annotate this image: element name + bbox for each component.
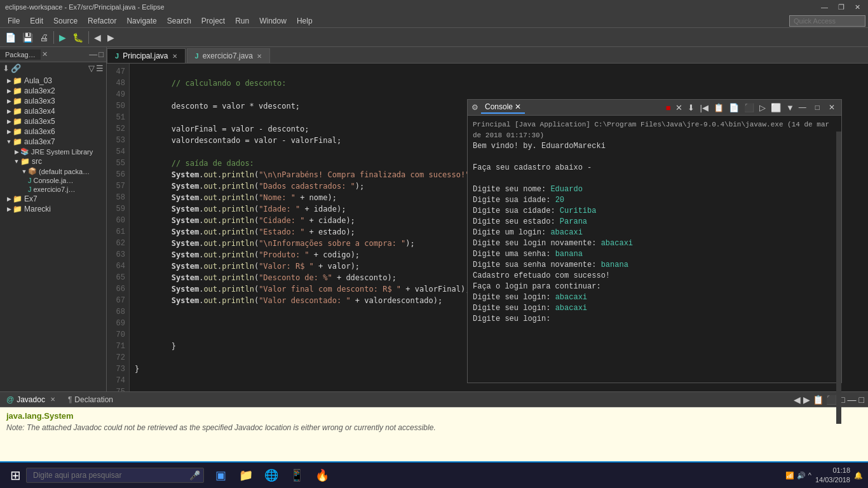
toolbar-sep-2 [88,31,89,44]
bottom-nav-forward[interactable]: ▶ [803,395,810,405]
editor-tab-exercicio7[interactable]: J exercicio7.java ✕ [187,48,271,63]
console-close-button[interactable]: ✕ [826,103,837,112]
declaration-tab-label: Declaration [74,395,113,404]
tray-speaker-icon[interactable]: 🔊 [797,471,806,480]
tree-item-jre[interactable]: ▶📚JRE System Library [0,147,106,156]
console-clear-button[interactable]: ✕ [674,102,684,113]
bottom-tab-javadoc[interactable]: @ Javadoc ✕ [0,394,62,405]
console-tab-console[interactable]: Console ✕ [481,101,525,114]
clock-time: 01:18 [815,466,850,475]
taskbar-icon-explorer[interactable]: 📁 [234,464,257,487]
bottom-btn1[interactable]: 📋 [813,395,824,405]
sidebar-tab-package[interactable]: Packag… [0,50,41,60]
sidebar-tab-close[interactable]: ✕ [42,50,48,58]
console-btn4[interactable]: 📄 [727,102,741,113]
menu-source[interactable]: Source [48,15,83,27]
menu-bar: File Edit Source Refactor Navigate Searc… [0,14,868,28]
bottom-minimize-button[interactable]: — [848,395,857,405]
toolbar-forward-button[interactable]: ▶ [105,30,117,45]
sidebar-filter-icon[interactable]: ▽ [88,64,95,73]
tree-label: src [32,157,42,166]
bottom-tab-declaration[interactable]: ¶ Declaration [62,394,119,405]
search-input[interactable] [26,468,204,483]
tab-close-principal[interactable]: ✕ [172,53,177,60]
tree-item-aula03[interactable]: ▶📁Aula_03 [0,76,106,86]
toolbar-print-button[interactable]: 🖨 [37,30,51,45]
bottom-btn2[interactable]: ⬛ [826,395,837,405]
menu-refactor[interactable]: Refactor [83,15,121,27]
menu-edit[interactable]: Edit [25,15,48,27]
start-button[interactable]: ⊞ [5,466,26,484]
taskbar-icon-app[interactable]: 🔥 [311,464,334,487]
tree-item-src[interactable]: ▼📁src [0,156,106,166]
sidebar-collapse-icon[interactable]: ⬇ [3,64,10,73]
bottom-nav-back[interactable]: ◀ [794,395,801,405]
minimize-button[interactable]: — [818,3,831,11]
close-button[interactable]: ✕ [852,3,863,11]
tree-item-aula3ex7[interactable]: ▼📁aula3ex7 [0,137,106,147]
tab-icon-exercicio7: J [195,52,199,60]
menu-file[interactable]: File [3,15,25,27]
javadoc-tab-close[interactable]: ✕ [50,396,55,403]
clock-display[interactable]: 01:18 14/03/2018 [815,466,850,485]
console-gear-icon: ⚙ [471,103,478,112]
tree-item-aula3ex6[interactable]: ▶📁aula3ex6 [0,126,106,137]
sidebar-minimize-button[interactable]: — [89,50,97,59]
tree-item-default-pkg[interactable]: ▼📦(default packa… [0,166,106,176]
menu-run[interactable]: Run [230,15,254,27]
sidebar-link-icon[interactable]: 🔗 [11,64,21,73]
tree-item-aula3ex5[interactable]: ▶📁aula3ex5 [0,116,106,126]
toolbar-new-button[interactable]: 📄 [3,30,18,45]
toolbar-run-button[interactable]: ▶ [57,30,69,45]
sidebar-menu-icon[interactable]: ☰ [96,64,104,73]
tree-item-aula3ex4[interactable]: ▶📁aula3ex4 [0,106,106,116]
console-btn7[interactable]: ⬜ [769,102,783,113]
main-area: Packag… ✕ — □ ⬇ 🔗 ▽ ☰ ▶📁Aula_03 ▶📁aula3e… [0,47,868,391]
tray-network-icon[interactable]: 📶 [785,471,794,480]
console-stop-button[interactable]: ■ [664,102,673,113]
console-btn8[interactable]: ▼ [784,102,796,113]
console-line-welcome: Bem vindo! by. EduardoMarecki [473,141,836,152]
tab-label-exercicio7: exercicio7.java [203,51,253,60]
search-mic-icon: 🎤 [189,470,200,480]
menu-help[interactable]: Help [292,15,318,27]
console-btn6[interactable]: ▷ [757,102,768,113]
console-minimize-button[interactable]: — [796,103,809,112]
menu-navigate[interactable]: Navigate [121,15,161,27]
taskbar: ⊞ 🎤 ▣ 📁 🌐 📱 🔥 📶 🔊 ^ 01:18 14/03/2018 🔔 [0,463,868,488]
console-btn2[interactable]: |◀ [698,102,710,113]
tray-chevron-icon[interactable]: ^ [808,471,811,479]
console-header: Principal [Java Application] C:\Program … [473,119,836,141]
tree-item-aula3ex3[interactable]: ▶📁aula3ex3 [0,96,106,106]
tree-label: exercicio7.j… [34,186,76,193]
tree-item-marecki[interactable]: ▶📁Marecki [0,204,106,214]
console-maximize-button[interactable]: □ [813,103,822,112]
tree-item-consolejava[interactable]: JConsole.ja… [0,176,106,185]
tree-item-aula3ex2[interactable]: ▶📁aula3ex2 [0,86,106,96]
maximize-button[interactable]: ❐ [836,3,847,11]
toolbar-debug-button[interactable]: 🐛 [70,30,86,45]
console-btn5[interactable]: ⬛ [742,102,756,113]
quick-access-input[interactable] [789,15,865,27]
menu-search[interactable]: Search [162,15,196,27]
menu-window[interactable]: Window [254,15,292,27]
console-btn3[interactable]: 📋 [712,102,726,113]
tree-item-ex7[interactable]: ▶📁Ex7 [0,194,106,204]
menu-project[interactable]: Project [196,15,230,27]
window-controls[interactable]: — ❐ ✕ [818,3,863,11]
tab-close-exercicio7[interactable]: ✕ [257,53,262,60]
taskbar-icon-tablet[interactable]: 📱 [285,464,308,487]
toolbar-save-button[interactable]: 💾 [20,30,36,45]
console-scrollbar[interactable] [836,132,841,424]
taskbar-icon-edge[interactable]: 🌐 [260,464,283,487]
toolbar-back-button[interactable]: ◀ [92,30,104,45]
editor-tab-principal[interactable]: J Principal.java ✕ [107,48,186,63]
taskbar-icon-taskview[interactable]: ▣ [209,464,232,487]
bottom-maximize-button[interactable]: □ [859,395,864,405]
notification-icon[interactable]: 🔔 [854,471,863,480]
console-btn1[interactable]: ⬇ [686,102,696,113]
tree-item-exercicio7java[interactable]: Jexercicio7.j… [0,185,106,194]
console-body[interactable]: Principal [Java Application] C:\Program … [468,116,841,383]
sidebar-maximize-button[interactable]: □ [98,50,104,59]
console-tabs: Console ✕ [481,101,664,114]
